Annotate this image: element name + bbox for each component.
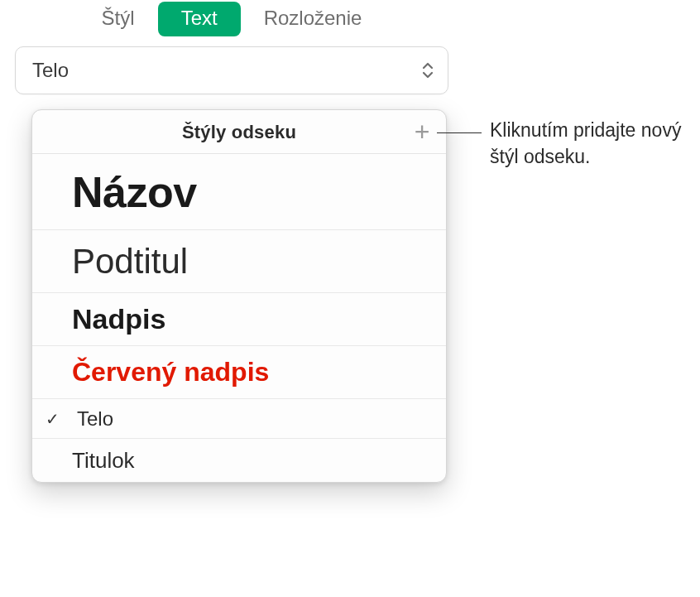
callout-leader-line bbox=[437, 132, 482, 133]
style-item-label: Nadpis bbox=[47, 303, 165, 335]
tab-text[interactable]: Text bbox=[158, 2, 241, 36]
style-item-telo[interactable]: ✓ Telo bbox=[32, 399, 446, 439]
add-style-button[interactable]: + bbox=[410, 119, 434, 144]
dropdown-value: Telo bbox=[32, 59, 69, 82]
style-item-label: Titulok bbox=[47, 448, 135, 474]
tab-bar: Štýl Text Rozloženie bbox=[0, 0, 463, 36]
style-item-titulok[interactable]: Titulok bbox=[32, 439, 446, 482]
paragraph-style-dropdown-wrap: Telo bbox=[0, 36, 463, 94]
tab-style[interactable]: Štýl bbox=[79, 2, 158, 36]
paragraph-style-dropdown[interactable]: Telo bbox=[15, 46, 448, 94]
popover-title: Štýly odseku bbox=[182, 122, 296, 142]
style-item-nazov[interactable]: Názov bbox=[32, 154, 446, 230]
tab-layout[interactable]: Rozloženie bbox=[241, 2, 386, 36]
style-list: Názov Podtitul Nadpis Červený nadpis ✓ T… bbox=[32, 154, 446, 482]
checkmark-icon: ✓ bbox=[46, 409, 60, 429]
format-panel: Štýl Text Rozloženie Telo bbox=[0, 0, 463, 94]
popover-header: Štýly odseku + bbox=[32, 110, 446, 154]
style-item-cerveny-nadpis[interactable]: Červený nadpis bbox=[32, 346, 446, 399]
style-item-nadpis[interactable]: Nadpis bbox=[32, 293, 446, 346]
style-item-label: Podtitul bbox=[47, 242, 188, 282]
plus-icon: + bbox=[415, 118, 430, 145]
paragraph-styles-popover: Štýly odseku + Názov Podtitul Nadpis Čer… bbox=[31, 109, 447, 483]
callout-text: Kliknutím pridajte nový štýl odseku. bbox=[490, 117, 688, 170]
style-item-label: Názov bbox=[47, 167, 197, 217]
style-item-podtitul[interactable]: Podtitul bbox=[32, 230, 446, 293]
chevron-updown-icon bbox=[421, 60, 434, 80]
style-item-label: Červený nadpis bbox=[47, 357, 269, 388]
